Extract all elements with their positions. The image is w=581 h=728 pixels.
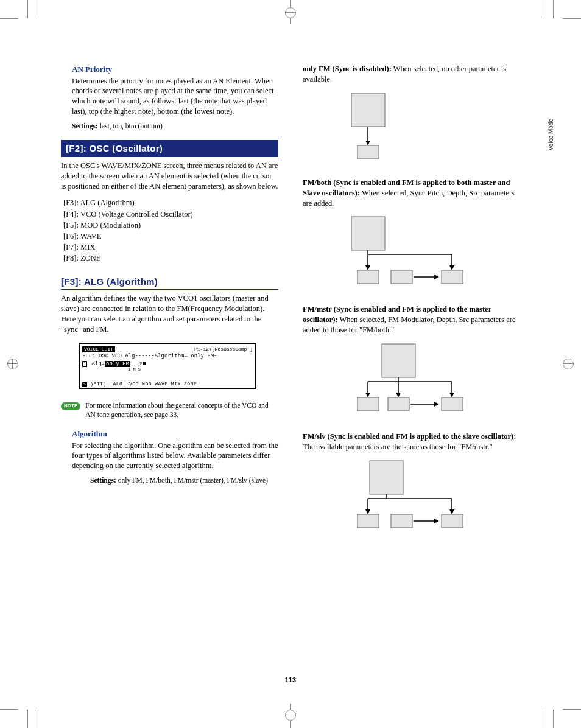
- body-f2: In the OSC's WAVE/MIX/ZONE screen, three…: [61, 161, 278, 192]
- svg-marker-22: [449, 393, 454, 397]
- list-item: [F8]: ZONE: [63, 253, 278, 264]
- lcd-line1: -EL1 OSC VCO Alg------Algorithm= only FM…: [82, 353, 253, 360]
- heading-algorithm: Algorithm: [72, 429, 278, 439]
- note-badge: NOTE: [61, 402, 80, 410]
- lcd-alg-label: Alg=: [91, 361, 105, 367]
- para-fm-both: FM/both (Sync is enabled and FM is appli…: [303, 178, 520, 209]
- svg-rect-24: [442, 397, 463, 411]
- svg-rect-15: [391, 270, 412, 284]
- column-right: only FM (Sync is disabled): When selecte…: [303, 58, 520, 670]
- list-item: [F5]: MOD (Modulation): [63, 220, 278, 231]
- svg-marker-10: [449, 265, 454, 270]
- diagram-fm-mstr: [333, 343, 520, 416]
- svg-marker-26: [434, 402, 439, 407]
- lcd-alg-value: only FM: [105, 361, 130, 367]
- svg-marker-20: [396, 393, 401, 397]
- svg-rect-40: [442, 514, 463, 528]
- svg-rect-0: [351, 93, 385, 127]
- diagram-only-fm: [333, 92, 520, 162]
- svg-rect-16: [382, 344, 415, 377]
- settings-value: only FM, FM/both, FM/mstr (master), FM/s…: [116, 477, 268, 484]
- settings-value: last, top, btm (bottom): [98, 122, 163, 130]
- svg-rect-12: [442, 270, 463, 284]
- svg-marker-38: [449, 509, 454, 514]
- side-tab-voice-mode: Voice Mode: [548, 119, 554, 150]
- body-algorithm: For selecting the algorithm. One algorit…: [72, 441, 278, 472]
- diagram-fm-both: [333, 215, 520, 289]
- diagram-fm-slv: [333, 460, 520, 533]
- head-only-fm: only FM (Sync is disabled):: [303, 65, 392, 73]
- svg-rect-23: [388, 397, 409, 411]
- lcd-nums-b: 1 M S: [128, 367, 141, 372]
- lcd-patch: P1-127[ResBassComp ]: [194, 346, 253, 352]
- lcd-tabs: S )PIT) |ALG| VCO MOD WAVE MIX ZONE: [82, 381, 253, 387]
- svg-marker-42: [434, 519, 439, 523]
- svg-rect-4: [351, 217, 385, 250]
- section-f2-osc: [F2]: OSC (Oscillator): [61, 140, 278, 157]
- fkey-list: [F3]: ALG (Algorithm) [F4]: VCO (Voltage…: [63, 197, 278, 264]
- settings-algorithm: Settings: only FM, FM/both, FM/mstr (mas…: [90, 476, 278, 486]
- svg-marker-2: [365, 141, 370, 145]
- list-item: [F4]: VCO (Voltage Controlled Oscillator…: [63, 209, 278, 220]
- section-f3-alg: [F3]: ALG (Algorithm): [61, 276, 278, 290]
- svg-marker-8: [365, 265, 370, 270]
- note-text: For more information about the general c…: [85, 401, 278, 420]
- para-only-fm: only FM (Sync is disabled): When selecte…: [303, 64, 520, 85]
- svg-rect-11: [357, 270, 379, 284]
- list-item: [F7]: MIX: [63, 242, 278, 253]
- column-left: AN Priority Determines the priority for …: [61, 58, 278, 670]
- settings-label: Settings:: [72, 122, 98, 130]
- svg-marker-29: [365, 393, 370, 397]
- para-fm-slv: FM/slv (Sync is enabled and FM is applie…: [303, 432, 520, 452]
- head-fm-slv: FM/slv (Sync is enabled and FM is applie…: [303, 432, 516, 441]
- svg-rect-3: [357, 145, 379, 159]
- svg-rect-39: [357, 514, 379, 528]
- settings-an-priority: Settings: last, top, btm (bottom): [72, 122, 278, 131]
- tail-fm-slv: The available parameters are the same as…: [303, 443, 493, 451]
- page-content: AN Priority Determines the priority for …: [61, 58, 520, 670]
- body-an-priority: Determines the priority for notes played…: [72, 76, 278, 117]
- svg-marker-36: [365, 509, 370, 514]
- lcd-screenshot: VOICE EDIT P1-127[ResBassComp ] -EL1 OSC…: [79, 343, 256, 389]
- svg-rect-32: [370, 461, 403, 494]
- svg-rect-27: [357, 397, 379, 411]
- lcd-nums-a: 2: [139, 362, 142, 366]
- svg-marker-14: [434, 275, 439, 279]
- lcd-mode-label: VOICE EDIT: [82, 346, 115, 352]
- body-f3: An algorithm defines the way the two VCO…: [61, 293, 278, 335]
- list-item: [F3]: ALG (Algorithm): [63, 197, 278, 208]
- para-fm-mstr: FM/mstr (Sync is enabled and FM is appli…: [303, 304, 520, 335]
- heading-an-priority: AN Priority: [72, 64, 278, 75]
- page-number: 113: [0, 676, 581, 684]
- settings-label: Settings:: [90, 477, 116, 484]
- note-block: NOTE For more information about the gene…: [61, 401, 278, 420]
- svg-rect-43: [391, 514, 412, 528]
- list-item: [F6]: WAVE: [63, 231, 278, 242]
